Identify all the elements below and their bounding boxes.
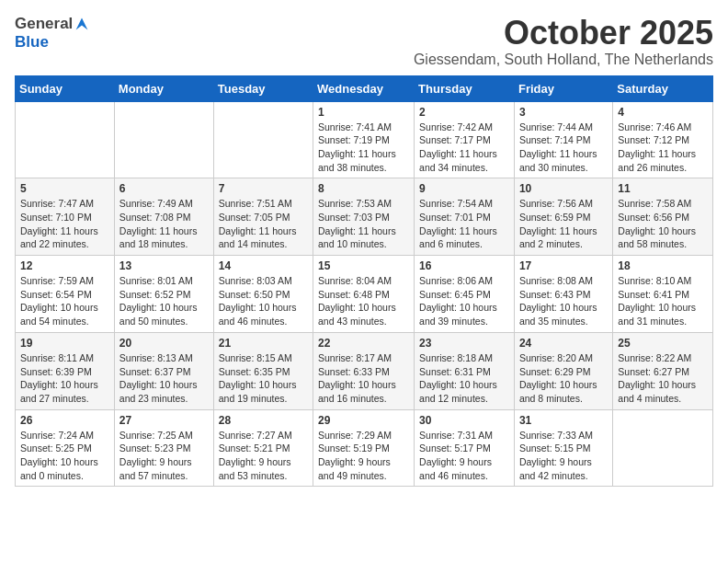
day-info: Sunrise: 7:31 AM Sunset: 5:17 PM Dayligh… (419, 429, 509, 483)
day-number: 11 (618, 182, 708, 195)
calendar-day-cell: 5Sunrise: 7:47 AM Sunset: 7:10 PM Daylig… (16, 178, 115, 256)
day-info: Sunrise: 7:24 AM Sunset: 5:25 PM Dayligh… (20, 429, 109, 483)
day-info: Sunrise: 8:15 AM Sunset: 6:35 PM Dayligh… (219, 351, 308, 406)
calendar-day-cell: 13Sunrise: 8:01 AM Sunset: 6:52 PM Dayli… (114, 256, 213, 333)
calendar-day-cell: 25Sunrise: 8:22 AM Sunset: 6:27 PM Dayli… (613, 332, 713, 409)
day-info: Sunrise: 8:20 AM Sunset: 6:29 PM Dayligh… (519, 351, 608, 406)
day-info: Sunrise: 7:58 AM Sunset: 6:56 PM Dayligh… (618, 197, 708, 251)
calendar-header-monday: Monday (114, 75, 213, 101)
day-info: Sunrise: 7:46 AM Sunset: 7:12 PM Dayligh… (618, 121, 708, 175)
calendar-day-cell: 12Sunrise: 7:59 AM Sunset: 6:54 PM Dayli… (16, 256, 115, 333)
svg-marker-0 (76, 18, 88, 30)
day-number: 19 (20, 337, 109, 350)
calendar-day-cell: 30Sunrise: 7:31 AM Sunset: 5:17 PM Dayli… (415, 409, 515, 487)
day-info: Sunrise: 8:04 AM Sunset: 6:48 PM Dayligh… (318, 274, 409, 328)
day-number: 31 (519, 414, 608, 427)
day-number: 3 (519, 106, 608, 119)
logo-arrow-icon (74, 17, 89, 31)
calendar-day-cell: 18Sunrise: 8:10 AM Sunset: 6:41 PM Dayli… (613, 256, 713, 333)
calendar-day-cell: 4Sunrise: 7:46 AM Sunset: 7:12 PM Daylig… (613, 101, 713, 178)
calendar-day-cell: 20Sunrise: 8:13 AM Sunset: 6:37 PM Dayli… (114, 332, 213, 409)
day-number: 10 (519, 182, 608, 195)
calendar-week-row: 12Sunrise: 7:59 AM Sunset: 6:54 PM Dayli… (16, 256, 713, 333)
calendar-day-cell (213, 101, 313, 178)
calendar-day-cell: 31Sunrise: 7:33 AM Sunset: 5:15 PM Dayli… (514, 409, 612, 487)
calendar-day-cell (114, 101, 213, 178)
day-number: 25 (618, 337, 708, 350)
day-info: Sunrise: 7:41 AM Sunset: 7:19 PM Dayligh… (318, 121, 409, 175)
calendar-header-friday: Friday (514, 75, 612, 101)
calendar-day-cell: 24Sunrise: 8:20 AM Sunset: 6:29 PM Dayli… (514, 332, 612, 409)
calendar-day-cell: 21Sunrise: 8:15 AM Sunset: 6:35 PM Dayli… (213, 332, 313, 409)
calendar-week-row: 5Sunrise: 7:47 AM Sunset: 7:10 PM Daylig… (16, 178, 713, 256)
calendar-day-cell: 3Sunrise: 7:44 AM Sunset: 7:14 PM Daylig… (514, 101, 612, 178)
calendar-week-row: 1Sunrise: 7:41 AM Sunset: 7:19 PM Daylig… (16, 101, 713, 178)
day-info: Sunrise: 7:54 AM Sunset: 7:01 PM Dayligh… (419, 197, 509, 251)
day-number: 18 (618, 259, 708, 272)
day-info: Sunrise: 8:13 AM Sunset: 6:37 PM Dayligh… (119, 351, 209, 406)
calendar-week-row: 19Sunrise: 8:11 AM Sunset: 6:39 PM Dayli… (16, 332, 713, 409)
day-number: 30 (419, 414, 509, 427)
day-info: Sunrise: 8:11 AM Sunset: 6:39 PM Dayligh… (20, 351, 109, 406)
day-info: Sunrise: 8:01 AM Sunset: 6:52 PM Dayligh… (119, 274, 209, 328)
location-subtitle: Giessendam, South Holland, The Netherlan… (414, 52, 713, 68)
day-number: 9 (419, 182, 509, 195)
day-number: 16 (419, 259, 509, 272)
calendar-day-cell: 28Sunrise: 7:27 AM Sunset: 5:21 PM Dayli… (213, 409, 313, 487)
calendar-day-cell: 17Sunrise: 8:08 AM Sunset: 6:43 PM Dayli… (514, 256, 612, 333)
calendar-day-cell: 23Sunrise: 8:18 AM Sunset: 6:31 PM Dayli… (415, 332, 515, 409)
day-info: Sunrise: 8:06 AM Sunset: 6:45 PM Dayligh… (419, 274, 509, 328)
calendar-header-sunday: Sunday (16, 75, 115, 101)
day-info: Sunrise: 7:44 AM Sunset: 7:14 PM Dayligh… (519, 121, 608, 175)
day-info: Sunrise: 7:42 AM Sunset: 7:17 PM Dayligh… (419, 121, 509, 175)
calendar-day-cell (16, 101, 115, 178)
calendar-day-cell: 16Sunrise: 8:06 AM Sunset: 6:45 PM Dayli… (415, 256, 515, 333)
day-info: Sunrise: 7:27 AM Sunset: 5:21 PM Dayligh… (219, 429, 308, 483)
day-number: 4 (618, 106, 708, 119)
calendar-day-cell: 27Sunrise: 7:25 AM Sunset: 5:23 PM Dayli… (114, 409, 213, 487)
day-info: Sunrise: 7:59 AM Sunset: 6:54 PM Dayligh… (20, 274, 109, 328)
day-number: 15 (318, 259, 409, 272)
day-number: 29 (318, 414, 409, 427)
day-number: 27 (119, 414, 209, 427)
calendar-day-cell: 6Sunrise: 7:49 AM Sunset: 7:08 PM Daylig… (114, 178, 213, 256)
day-info: Sunrise: 7:56 AM Sunset: 6:59 PM Dayligh… (519, 197, 608, 251)
day-info: Sunrise: 8:22 AM Sunset: 6:27 PM Dayligh… (618, 351, 708, 406)
day-info: Sunrise: 7:47 AM Sunset: 7:10 PM Dayligh… (20, 197, 109, 251)
page-header: General Blue October 2025 Giessendam, So… (15, 15, 713, 68)
calendar-header-thursday: Thursday (415, 75, 515, 101)
day-number: 13 (119, 259, 209, 272)
day-info: Sunrise: 7:51 AM Sunset: 7:05 PM Dayligh… (219, 197, 308, 251)
day-info: Sunrise: 8:08 AM Sunset: 6:43 PM Dayligh… (519, 274, 608, 328)
day-number: 17 (519, 259, 608, 272)
day-number: 8 (318, 182, 409, 195)
calendar-header-wednesday: Wednesday (313, 75, 415, 101)
day-number: 6 (119, 182, 209, 195)
calendar-day-cell: 14Sunrise: 8:03 AM Sunset: 6:50 PM Dayli… (213, 256, 313, 333)
calendar-day-cell: 11Sunrise: 7:58 AM Sunset: 6:56 PM Dayli… (613, 178, 713, 256)
day-number: 7 (219, 182, 308, 195)
calendar-header-saturday: Saturday (613, 75, 713, 101)
month-title: October 2025 (414, 15, 713, 52)
calendar-week-row: 26Sunrise: 7:24 AM Sunset: 5:25 PM Dayli… (16, 409, 713, 487)
day-info: Sunrise: 8:17 AM Sunset: 6:33 PM Dayligh… (318, 351, 409, 406)
day-number: 14 (219, 259, 308, 272)
day-number: 12 (20, 259, 109, 272)
calendar-day-cell: 26Sunrise: 7:24 AM Sunset: 5:25 PM Dayli… (16, 409, 115, 487)
day-number: 23 (419, 337, 509, 350)
day-info: Sunrise: 8:10 AM Sunset: 6:41 PM Dayligh… (618, 274, 708, 328)
day-info: Sunrise: 7:25 AM Sunset: 5:23 PM Dayligh… (119, 429, 209, 483)
calendar-header-tuesday: Tuesday (213, 75, 313, 101)
calendar-day-cell: 19Sunrise: 8:11 AM Sunset: 6:39 PM Dayli… (16, 332, 115, 409)
calendar-day-cell: 7Sunrise: 7:51 AM Sunset: 7:05 PM Daylig… (213, 178, 313, 256)
day-info: Sunrise: 7:49 AM Sunset: 7:08 PM Dayligh… (119, 197, 209, 251)
calendar-day-cell: 15Sunrise: 8:04 AM Sunset: 6:48 PM Dayli… (313, 256, 415, 333)
day-info: Sunrise: 7:53 AM Sunset: 7:03 PM Dayligh… (318, 197, 409, 251)
logo-general-text: General (15, 15, 73, 33)
calendar-day-cell: 22Sunrise: 8:17 AM Sunset: 6:33 PM Dayli… (313, 332, 415, 409)
day-number: 1 (318, 106, 409, 119)
calendar-day-cell: 1Sunrise: 7:41 AM Sunset: 7:19 PM Daylig… (313, 101, 415, 178)
day-number: 5 (20, 182, 109, 195)
day-info: Sunrise: 8:03 AM Sunset: 6:50 PM Dayligh… (219, 274, 308, 328)
logo-blue-text: Blue (15, 33, 49, 52)
